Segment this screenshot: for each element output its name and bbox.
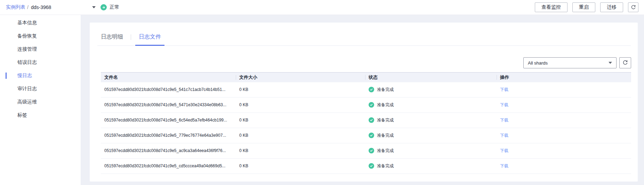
tab-log-details[interactable]: 日志明细 bbox=[97, 33, 127, 45]
file-size-cell: 0 KB bbox=[236, 128, 365, 143]
file-name-cell: 051597ecdd80d3021fcdc008d741c9e5_779ec76… bbox=[101, 128, 236, 143]
sidebar-item-slow-log[interactable]: 慢日志 bbox=[0, 69, 81, 82]
filter-row: All shards bbox=[90, 57, 631, 68]
file-size-cell: 0 KB bbox=[236, 158, 365, 174]
col-header-operation: 操作 bbox=[497, 73, 631, 82]
sidebar: 基本信息 备份恢复 连接管理 错误日志 慢日志 审计日志 高级运维 标签 bbox=[0, 15, 81, 185]
status-cell: 准备完成 bbox=[369, 128, 493, 143]
download-link[interactable]: 下载 bbox=[500, 133, 508, 138]
status-label: 正常 bbox=[110, 4, 119, 10]
breadcrumb-instance-list-link[interactable]: 实例列表 bbox=[6, 4, 25, 10]
refresh-icon bbox=[631, 5, 636, 10]
check-circle-icon bbox=[369, 117, 374, 123]
file-size-cell: 0 KB bbox=[236, 143, 365, 158]
chevron-down-icon bbox=[609, 62, 612, 64]
col-header-status: 状态 bbox=[365, 73, 497, 82]
tab-separator bbox=[131, 34, 131, 40]
topbar: 实例列表 / dds-3968 正常 查看监控 重启 迁移 bbox=[0, 0, 644, 15]
status-cell: 准备完成 bbox=[369, 159, 493, 174]
file-size-cell: 0 KB bbox=[236, 82, 365, 98]
instance-switch-chevron-down-icon[interactable] bbox=[92, 6, 96, 8]
shard-select[interactable]: All shards bbox=[523, 57, 617, 68]
topbar-refresh-button[interactable] bbox=[628, 2, 638, 12]
table-row: 051597ecdd80d3021fcdc008d741c9e5_ac9ca3a… bbox=[101, 143, 631, 158]
table-row: 051597ecdd80d3021fcdc008d741c9e5_541c7c1… bbox=[101, 82, 631, 98]
download-link[interactable]: 下载 bbox=[500, 163, 508, 168]
col-header-file-size: 文件大小 bbox=[236, 73, 365, 82]
download-link[interactable]: 下载 bbox=[500, 118, 508, 123]
table-header-row: 文件名 文件大小 状态 操作 bbox=[101, 73, 631, 82]
check-circle-icon bbox=[369, 133, 374, 138]
sidebar-item-error-log[interactable]: 错误日志 bbox=[0, 56, 81, 69]
breadcrumb-separator: / bbox=[27, 5, 29, 10]
download-link[interactable]: 下载 bbox=[500, 102, 508, 107]
restart-button[interactable]: 重启 bbox=[572, 2, 595, 12]
sidebar-item-tags[interactable]: 标签 bbox=[0, 109, 81, 122]
sidebar-item-basic-info[interactable]: 基本信息 bbox=[0, 16, 81, 30]
file-name-cell: 051597ecdd80d3021fcdc008d741c9e5_541c7c1… bbox=[101, 82, 236, 98]
sidebar-item-connection-management[interactable]: 连接管理 bbox=[0, 43, 81, 56]
check-circle-icon bbox=[369, 163, 374, 169]
status-running-icon bbox=[100, 4, 107, 10]
status-cell: 准备完成 bbox=[369, 98, 493, 112]
refresh-icon bbox=[622, 60, 628, 66]
check-circle-icon bbox=[369, 87, 374, 92]
sidebar-item-advanced-om[interactable]: 高级运维 bbox=[0, 95, 81, 109]
sidebar-item-backup-restore[interactable]: 备份恢复 bbox=[0, 30, 81, 43]
table-row: 051597ecdd80d3021fcdc008d741c9e5_5471e30… bbox=[101, 97, 631, 112]
log-file-table: 文件名 文件大小 状态 操作 051597ecdd80d3021fcdc008d… bbox=[101, 72, 631, 174]
table-row: 051597ecdd80d3021fcdc008d741c9e5_cd5ccce… bbox=[101, 158, 631, 174]
sidebar-item-audit-log[interactable]: 审计日志 bbox=[0, 82, 81, 95]
status-cell: 准备完成 bbox=[369, 82, 493, 97]
tab-log-files[interactable]: 日志文件 bbox=[135, 33, 164, 46]
file-size-cell: 0 KB bbox=[236, 112, 365, 128]
log-card: 日志明细 日志文件 All shards 文件名 bbox=[90, 23, 638, 182]
file-name-cell: 051597ecdd80d3021fcdc008d741c9e5_5471e30… bbox=[101, 97, 236, 112]
log-tabs: 日志明细 日志文件 bbox=[97, 23, 631, 46]
file-size-cell: 0 KB bbox=[236, 97, 365, 112]
status-cell: 准备完成 bbox=[369, 143, 493, 158]
shard-select-value: All shards bbox=[528, 60, 609, 66]
table-row: 051597ecdd80d3021fcdc008d741c9e5_6c54ed5… bbox=[101, 112, 631, 128]
download-link[interactable]: 下载 bbox=[500, 148, 508, 153]
check-circle-icon bbox=[369, 102, 374, 108]
file-name-cell: 051597ecdd80d3021fcdc008d741c9e5_ac9ca3a… bbox=[101, 143, 236, 158]
file-name-cell: 051597ecdd80d3021fcdc008d741c9e5_cd5ccce… bbox=[101, 158, 236, 174]
migrate-button[interactable]: 迁移 bbox=[600, 2, 623, 12]
table-refresh-button[interactable] bbox=[619, 57, 631, 68]
table-row: 051597ecdd80d3021fcdc008d741c9e5_779ec76… bbox=[101, 128, 631, 143]
status-cell: 准备完成 bbox=[369, 113, 493, 128]
view-monitoring-button[interactable]: 查看监控 bbox=[535, 2, 567, 12]
content-area: 日志明细 日志文件 All shards 文件名 bbox=[81, 15, 644, 185]
file-name-cell: 051597ecdd80d3021fcdc008d741c9e5_6c54ed5… bbox=[101, 112, 236, 128]
download-link[interactable]: 下载 bbox=[500, 87, 508, 92]
col-header-file-name: 文件名 bbox=[101, 73, 236, 82]
check-circle-icon bbox=[369, 148, 374, 153]
breadcrumb-instance-name: dds-3968 bbox=[31, 5, 51, 10]
